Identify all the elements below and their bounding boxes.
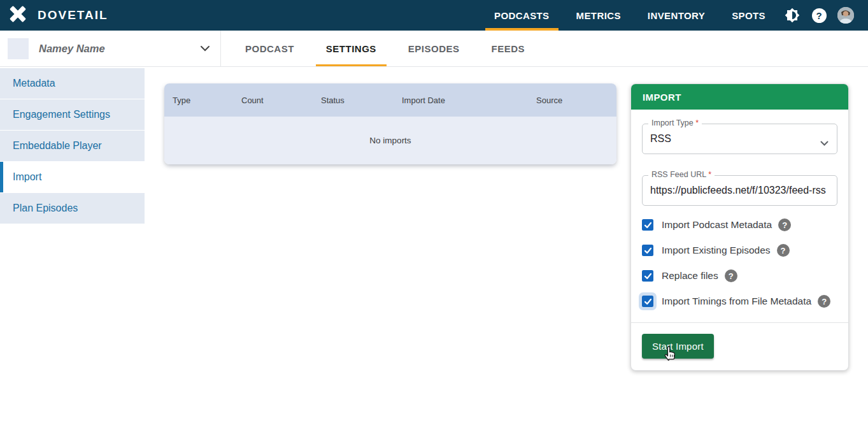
import-existing-episodes-checkbox[interactable] xyxy=(642,245,653,256)
column-header-source: Source xyxy=(528,96,616,105)
check-icon xyxy=(644,247,652,255)
tab-feeds[interactable]: FEEDS xyxy=(480,31,537,66)
column-header-status: Status xyxy=(313,96,394,105)
help-icon[interactable]: ? xyxy=(778,218,791,231)
column-header-import-date: Import Date xyxy=(394,96,528,105)
required-asterisk: * xyxy=(708,170,711,179)
import-form-footer: Start Import xyxy=(631,322,848,370)
import-podcast-metadata-checkbox[interactable] xyxy=(642,219,653,231)
navbar-right: PODCASTS METRICS INVENTORY SPOTS ? xyxy=(481,0,868,31)
check-icon xyxy=(644,221,652,229)
checkbox-label: Replace files xyxy=(662,270,718,282)
help-icon[interactable]: ? xyxy=(725,269,737,282)
checkbox-label: Import Timings from File Metadata xyxy=(662,296,811,307)
podcast-thumbnail xyxy=(8,38,29,59)
theme-brightness-icon[interactable] xyxy=(779,0,806,31)
podcast-picker[interactable]: Namey Name xyxy=(0,31,221,66)
imports-table-empty-state: No imports xyxy=(164,117,616,164)
sidebar-item-metadata[interactable]: Metadata xyxy=(0,68,145,99)
check-icon xyxy=(644,272,652,280)
app-window: DOVETAIL PODCASTS METRICS INVENTORY SPOT… xyxy=(0,0,868,444)
start-import-button[interactable]: Start Import xyxy=(642,334,714,359)
avatar-image xyxy=(837,7,854,24)
user-avatar[interactable] xyxy=(832,0,859,31)
check-icon xyxy=(644,297,652,306)
rss-feed-url-label: RSS Feed URL * xyxy=(648,170,715,179)
import-timings-checkbox[interactable] xyxy=(642,296,653,307)
import-form: Import Type * RSS RSS Feed URL * Import … xyxy=(631,110,848,314)
nav-item-spots[interactable]: SPOTS xyxy=(718,0,779,31)
top-navbar: DOVETAIL PODCASTS METRICS INVENTORY SPOT… xyxy=(0,0,868,31)
import-panel-title: IMPORT xyxy=(631,84,848,110)
import-type-value: RSS xyxy=(643,124,837,154)
settings-sidebar: Metadata Engagement Settings Embeddable … xyxy=(0,68,145,224)
chevron-down-icon xyxy=(200,43,210,54)
imports-table: Type Count Status Import Date Source No … xyxy=(164,83,616,164)
checkbox-row-import-timings: Import Timings from File Metadata ? xyxy=(642,289,837,314)
brand-name: DOVETAIL xyxy=(38,8,108,22)
import-type-label: Import Type * xyxy=(648,118,702,127)
checkbox-row-import-podcast-metadata: Import Podcast Metadata ? xyxy=(642,212,837,238)
tab-podcast[interactable]: PODCAST xyxy=(234,31,306,66)
rss-feed-url-input[interactable] xyxy=(650,176,834,205)
help-icon[interactable]: ? xyxy=(818,295,830,308)
checkbox-row-replace-files: Replace files ? xyxy=(642,263,837,289)
checkbox-label: Import Podcast Metadata xyxy=(662,219,772,231)
podcast-name: Namey Name xyxy=(39,43,190,55)
nav-item-podcasts[interactable]: PODCASTS xyxy=(481,0,563,31)
help-icon[interactable]: ? xyxy=(777,244,790,257)
checkbox-label: Import Existing Episodes xyxy=(662,245,771,256)
sidebar-item-embeddable-player[interactable]: Embeddable Player xyxy=(0,131,145,161)
dovetail-x-logo-icon xyxy=(8,4,27,26)
tab-settings[interactable]: SETTINGS xyxy=(315,31,388,66)
rss-feed-url-field: RSS Feed URL * xyxy=(642,175,837,206)
podcast-subbar: Namey Name PODCAST SETTINGS EPISODES FEE… xyxy=(0,31,868,67)
tab-episodes[interactable]: EPISODES xyxy=(397,31,471,66)
column-header-count: Count xyxy=(233,96,313,105)
help-icon[interactable]: ? xyxy=(806,0,832,31)
podcast-tabs: PODCAST SETTINGS EPISODES FEEDS xyxy=(221,31,536,66)
import-panel: IMPORT Import Type * RSS RSS Feed URL * xyxy=(630,83,849,371)
chevron-down-icon xyxy=(820,137,829,148)
sidebar-item-plan-episodes[interactable]: Plan Episodes xyxy=(0,193,145,224)
imports-table-header: Type Count Status Import Date Source xyxy=(164,83,616,117)
required-asterisk: * xyxy=(695,118,699,127)
sidebar-item-engagement-settings[interactable]: Engagement Settings xyxy=(0,99,145,130)
checkbox-row-import-existing-episodes: Import Existing Episodes ? xyxy=(642,238,837,263)
brand[interactable]: DOVETAIL xyxy=(0,4,108,26)
column-header-type: Type xyxy=(164,96,233,105)
import-type-select[interactable]: Import Type * RSS xyxy=(642,124,837,154)
nav-item-metrics[interactable]: METRICS xyxy=(563,0,634,31)
replace-files-checkbox[interactable] xyxy=(642,270,653,282)
nav-item-inventory[interactable]: INVENTORY xyxy=(634,0,718,31)
sidebar-item-import[interactable]: Import xyxy=(0,162,145,192)
